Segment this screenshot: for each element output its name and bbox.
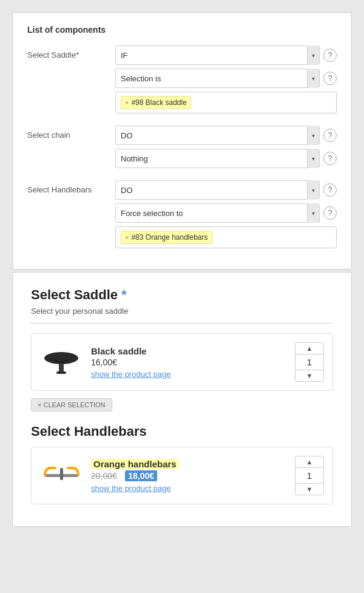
saddle-selection-dropdown[interactable]: Selection is ▾ (115, 69, 320, 88)
saddle-if-arrow: ▾ (307, 46, 319, 65)
handlebars-do-value: DO (121, 186, 133, 195)
bottom-panel: Select Saddle * Select your personal sad… (12, 272, 352, 527)
handlebars-section-title: Select Handlebars (31, 424, 333, 439)
saddle-section-title-text: Select Saddle (31, 287, 118, 303)
saddle-if-dropdown[interactable]: IF ▾ (115, 46, 320, 65)
saddle-selection-value: Selection is (121, 74, 161, 83)
chain-label: Select chain (27, 126, 115, 140)
handlebars-force-help[interactable]: ? (323, 206, 337, 220)
saddle-icon (42, 347, 81, 378)
orange-handlebars-old-price: 20,00€ (91, 471, 117, 481)
chain-controls: DO ▾ ? Nothing ▾ ? (115, 126, 337, 168)
handlebars-tag-container: × #83 Orange handlebars (115, 226, 337, 248)
chain-row: Select chain DO ▾ ? Nothing ▾ ? (27, 126, 337, 168)
handlebars-controls: DO ▾ ? Force selection to ▾ ? × #83 Oran… (115, 180, 337, 248)
chain-do-arrow: ▾ (307, 126, 319, 145)
black-saddle-link[interactable]: show the product page (91, 370, 286, 379)
qty-up-btn[interactable]: ▲ (295, 343, 323, 354)
orange-handlebars-info: Orange handlebars 20,00€ 18,00€ show the… (91, 459, 286, 493)
chain-nothing-arrow: ▾ (307, 149, 319, 168)
black-saddle-card: Black saddle 16,00€ show the product pag… (31, 333, 333, 391)
handlebars-section: Select Handlebars Orange handlebars 20,0… (31, 424, 333, 504)
handlebars-label: Select Handlebars (27, 180, 115, 194)
black-saddle-price: 16,00€ (91, 357, 286, 367)
orange-handlebars-new-price: 18,00€ (125, 470, 157, 481)
saddle-controls: IF ▾ ? Selection is ▾ ? × #98 Black sadd… (115, 46, 337, 114)
saddle-label: Select Saddle* (27, 46, 115, 59)
chain-nothing-dropdown[interactable]: Nothing ▾ (115, 149, 320, 168)
saddle-section: Select Saddle * Select your personal sad… (31, 287, 333, 424)
orange-handlebars-prices: 20,00€ 18,00€ (91, 470, 286, 481)
handlebars-do-help[interactable]: ? (323, 183, 337, 197)
black-saddle-quantity[interactable]: ▲ 1 ▼ (295, 342, 324, 382)
handlebars-force-row: Force selection to ▾ ? (115, 203, 337, 223)
orange-handlebars-quantity[interactable]: ▲ 1 ▼ (295, 456, 324, 495)
handlebars-force-arrow: ▾ (307, 203, 319, 223)
handlebars-tag-remove[interactable]: × (125, 234, 129, 241)
saddle-tag: × #98 Black saddle (121, 96, 191, 109)
panel-title: List of components (27, 25, 337, 35)
handlebar-qty-value: 1 (295, 467, 323, 484)
handlebars-tag-text: #83 Orange handlebars (131, 233, 207, 242)
handlebar-qty-down-btn[interactable]: ▼ (295, 484, 323, 495)
top-panel: List of components Select Saddle* IF ▾ ?… (12, 12, 352, 269)
chain-do-help[interactable]: ? (323, 129, 337, 142)
black-saddle-info: Black saddle 16,00€ show the product pag… (91, 346, 286, 379)
saddle-if-help[interactable]: ? (323, 49, 337, 62)
saddle-if-value: IF (121, 51, 128, 60)
chain-do-value: DO (121, 131, 133, 140)
chain-nothing-value: Nothing (121, 154, 148, 163)
handlebars-do-arrow: ▾ (307, 180, 319, 200)
orange-handlebars-link[interactable]: show the product page (91, 484, 286, 493)
saddle-row: Select Saddle* IF ▾ ? Selection is ▾ ? × (27, 46, 337, 114)
saddle-required-star: * (121, 287, 127, 303)
handlebar-icon (42, 462, 81, 489)
saddle-tag-text: #98 Black saddle (131, 98, 186, 107)
saddle-selection-row: Selection is ▾ ? (115, 69, 337, 88)
saddle-tag-container: × #98 Black saddle (115, 92, 337, 114)
svg-rect-4 (60, 468, 63, 480)
svg-rect-2 (56, 371, 66, 374)
chain-do-row: DO ▾ ? (115, 126, 337, 145)
clear-selection-button[interactable]: × CLEAR SELECTION (31, 398, 112, 412)
handlebars-force-value: Force selection to (121, 209, 183, 218)
saddle-tag-remove[interactable]: × (125, 99, 129, 106)
handlebar-qty-up-btn[interactable]: ▲ (295, 456, 323, 467)
saddle-if-row: IF ▾ ? (115, 46, 337, 65)
handlebars-row: Select Handlebars DO ▾ ? Force selection… (27, 180, 337, 248)
saddle-selection-arrow: ▾ (307, 69, 319, 88)
saddle-selection-help[interactable]: ? (323, 72, 337, 85)
qty-down-btn[interactable]: ▼ (295, 370, 323, 381)
handlebars-do-row: DO ▾ ? (115, 180, 337, 200)
qty-value: 1 (295, 354, 323, 370)
orange-handlebars-image (40, 458, 83, 494)
chain-nothing-help[interactable]: ? (323, 152, 337, 165)
chain-do-dropdown[interactable]: DO ▾ (115, 126, 320, 145)
saddle-section-subtitle: Select your personal saddle (31, 307, 333, 324)
black-saddle-image (40, 344, 83, 381)
handlebars-force-dropdown[interactable]: Force selection to ▾ (115, 203, 320, 223)
chain-nothing-row: Nothing ▾ ? (115, 149, 337, 168)
orange-handlebars-card: Orange handlebars 20,00€ 18,00€ show the… (31, 447, 333, 504)
orange-handlebars-name: Orange handlebars (91, 459, 179, 469)
handlebars-do-dropdown[interactable]: DO ▾ (115, 180, 320, 200)
black-saddle-name: Black saddle (91, 346, 286, 356)
handlebars-tag: × #83 Orange handlebars (121, 231, 212, 244)
saddle-section-title: Select Saddle * (31, 287, 333, 303)
